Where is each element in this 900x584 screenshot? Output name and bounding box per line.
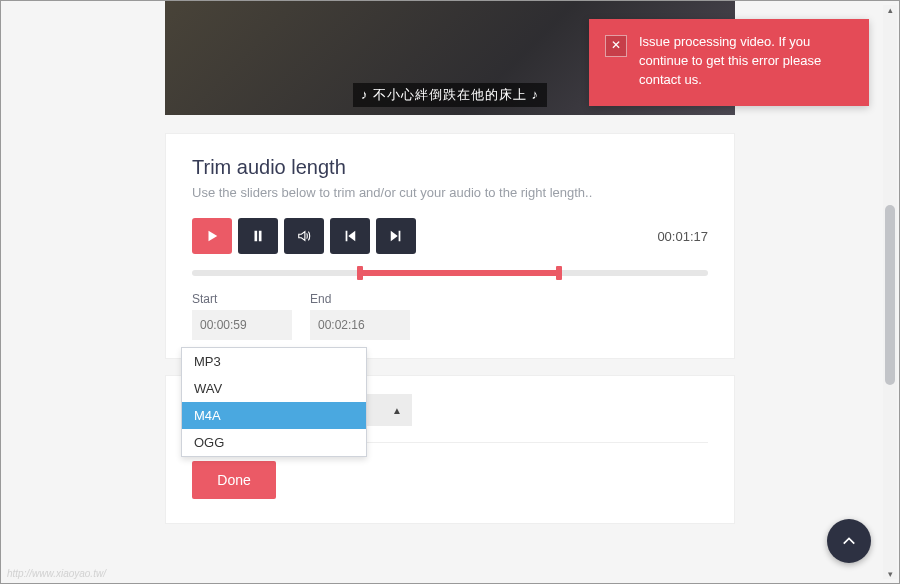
format-option-wav[interactable]: WAV bbox=[182, 375, 366, 402]
format-option-ogg[interactable]: OGG bbox=[182, 429, 366, 456]
pause-button[interactable] bbox=[238, 218, 278, 254]
start-input[interactable]: 00:00:59 bbox=[192, 310, 292, 340]
start-label: Start bbox=[192, 292, 292, 306]
scrollbar-thumb[interactable] bbox=[885, 205, 895, 385]
trim-handle-start[interactable] bbox=[357, 266, 363, 280]
end-input[interactable]: 00:02:16 bbox=[310, 310, 410, 340]
pause-icon bbox=[251, 229, 265, 243]
vertical-scrollbar[interactable]: ▴ ▾ bbox=[883, 5, 897, 579]
play-button[interactable] bbox=[192, 218, 232, 254]
trim-handle-end[interactable] bbox=[556, 266, 562, 280]
trim-slider-track[interactable] bbox=[192, 270, 708, 276]
trim-title: Trim audio length bbox=[192, 156, 708, 179]
player-controls: 00:01:17 bbox=[192, 218, 708, 254]
prev-button[interactable] bbox=[330, 218, 370, 254]
end-label: End bbox=[310, 292, 410, 306]
volume-icon bbox=[297, 229, 311, 243]
format-option-m4a[interactable]: M4A bbox=[182, 402, 366, 429]
toast-close-button[interactable]: ✕ bbox=[605, 35, 627, 57]
caret-up-icon: ▲ bbox=[392, 405, 402, 416]
scrollbar-arrow-down-icon[interactable]: ▾ bbox=[883, 569, 897, 579]
skip-forward-icon bbox=[389, 229, 403, 243]
time-inputs: Start 00:00:59 End 00:02:16 bbox=[192, 292, 708, 340]
next-button[interactable] bbox=[376, 218, 416, 254]
play-icon bbox=[205, 229, 219, 243]
trim-card: Trim audio length Use the sliders below … bbox=[165, 133, 735, 359]
duration-display: 00:01:17 bbox=[657, 229, 708, 244]
video-subtitle: ♪ 不小心絆倒跌在他的床上 ♪ bbox=[353, 83, 547, 107]
scrollbar-arrow-up-icon[interactable]: ▴ bbox=[883, 5, 897, 15]
chevron-up-icon bbox=[842, 534, 856, 548]
toast-message: Issue processing video. If you continue … bbox=[639, 33, 853, 90]
format-option-mp3[interactable]: MP3 bbox=[182, 348, 366, 375]
done-button[interactable]: Done bbox=[192, 461, 276, 499]
volume-button[interactable] bbox=[284, 218, 324, 254]
trim-subtitle: Use the sliders below to trim and/or cut… bbox=[192, 185, 708, 200]
close-icon: ✕ bbox=[611, 37, 621, 54]
error-toast: ✕ Issue processing video. If you continu… bbox=[589, 19, 869, 106]
skip-back-icon bbox=[343, 229, 357, 243]
scroll-top-button[interactable] bbox=[827, 519, 871, 563]
watermark-text: http://www.xiaoyao.tw/ bbox=[7, 568, 106, 579]
trim-slider-range bbox=[357, 270, 558, 276]
format-dropdown: MP3 WAV M4A OGG bbox=[181, 347, 367, 457]
